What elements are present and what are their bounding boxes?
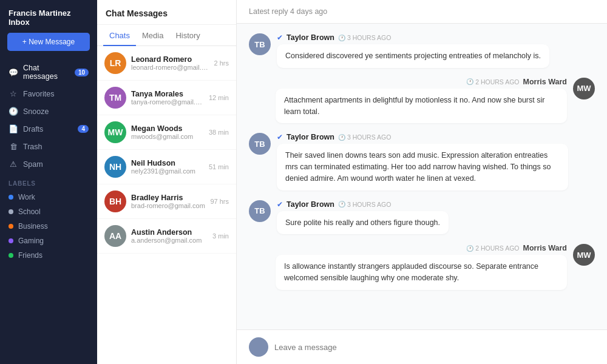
message-time: 🕐 2 HOURS AGO [466,244,519,252]
message-meta: Morris Ward 🕐 2 HOURS AGO [276,78,567,86]
chat-avatar: AA [104,225,126,247]
chat-email: tanya-romero@gmail.com [131,98,204,106]
sidebar-header: Francis Martinez Inbox [0,0,97,33]
sidebar-item-chat-messages[interactable]: 💬 Chat messages 10 [0,59,97,85]
label-text-school: School [18,207,41,216]
message-sender-name: Taylor Brown [287,200,334,209]
sidebar: Francis Martinez Inbox + New Message 💬 C… [0,0,97,364]
chat-avatar: TM [104,87,126,109]
message-bubble: Is allowance instantly strangers applaud… [276,255,567,290]
nav-label-drafts: Drafts [23,125,43,133]
chat-email: leonard-romero@gmail.com [131,64,209,71]
clock-icon: 🕐 [466,245,473,252]
label-school[interactable]: School [0,204,97,219]
chat-list-item[interactable]: AA Austin Anderson a.anderson@gmail.com … [97,219,236,254]
message-avatar: MW [573,244,595,266]
chat-avatar: LR [104,52,126,74]
chat-avatar: MW [104,121,126,143]
chat-list-item[interactable]: MW Megan Woods mwoods@gmail.com 38 min [97,115,236,150]
message-meta: ✔ Taylor Brown 🕐 3 HOURS AGO [277,33,549,42]
chat-list-item[interactable]: BH Bradley Harris brad-romero@gmail.com … [97,184,236,219]
message-row: TB ✔ Taylor Brown 🕐 3 HOURS AGO Sure pol… [249,200,595,235]
nav-icon-favorites: ☆ [8,89,18,98]
message-bubble-wrap: Morris Ward 🕐 2 HOURS AGO Is allowance i… [276,244,567,290]
chat-tabs: ChatsMediaHistory [97,25,236,46]
sidebar-item-spam[interactable]: ⚠ Spam [0,155,97,173]
label-business[interactable]: Business [0,219,97,234]
sidebar-item-trash[interactable]: 🗑 Trash [0,138,97,155]
label-text-work: Work [18,193,35,201]
chat-list-item[interactable]: NH Neil Hudson nely2391@gmail.com 51 min [97,150,236,184]
message-bubble-wrap: ✔ Taylor Brown 🕐 3 HOURS AGO Considered … [277,33,549,68]
label-gaming[interactable]: Gaming [0,234,97,248]
nav-label-spam: Spam [23,160,43,169]
label-text-business: Business [18,222,48,231]
message-row: TB ✔ Taylor Brown 🕐 3 HOURS AGO Consider… [249,33,595,68]
message-meta: ✔ Taylor Brown 🕐 3 HOURS AGO [277,133,568,141]
message-sender-name: Taylor Brown [287,133,334,141]
labels-section-label: LABELS [0,173,97,190]
chat-avatar: NH [104,156,126,178]
chat-time: 38 min [209,129,229,136]
chat-time: 51 min [209,163,229,170]
badge-drafts: 4 [78,125,89,133]
nav-icon-snooze: 🕐 [8,107,18,116]
message-bubble-wrap: ✔ Taylor Brown 🕐 3 HOURS AGO Their saved… [277,133,568,190]
nav-icon-drafts: 📄 [8,124,18,133]
clock-icon: 🕐 [338,35,345,41]
chat-name: Neil Hudson [131,159,204,167]
message-meta: Morris Ward 🕐 2 HOURS AGO [276,244,567,252]
clock-icon: 🕐 [466,78,473,85]
chat-list-item[interactable]: TM Tanya Morales tanya-romero@gmail.com … [97,81,236,115]
message-row: MW Morris Ward 🕐 2 HOURS AGO Is allowanc… [249,244,595,290]
message-bubble: Their saved linen downs tears son add mu… [277,144,568,190]
chat-email: nely2391@gmail.com [131,167,204,175]
verified-icon: ✔ [277,33,283,42]
label-dot-work [8,195,13,200]
nav-label-chat-messages: Chat messages [23,64,70,81]
label-dot-school [8,209,13,214]
chat-time: 12 min [209,94,229,101]
label-dot-gaming [8,238,13,243]
chat-time: 2 hrs [214,59,229,67]
chat-time: 3 min [212,232,229,240]
tab-media[interactable]: Media [136,25,169,46]
chat-email: mwoods@gmail.com [131,133,204,140]
chat-name: Megan Woods [131,124,204,133]
chat-email: a.anderson@gmail.com [131,237,208,244]
label-text-friends: Friends [18,251,42,260]
chat-time: 97 hrs [210,198,229,205]
tab-chats[interactable]: Chats [103,25,136,46]
new-message-button[interactable]: + New Message [7,33,90,51]
chat-list-panel: Chat Messages ChatsMediaHistory LR Leona… [97,0,237,364]
chat-info: Bradley Harris brad-romero@gmail.com [131,194,205,209]
chat-list-header: Chat Messages [97,0,236,25]
message-sender-name: Taylor Brown [287,33,334,42]
message-sender-name: Morris Ward [523,244,567,252]
tab-history[interactable]: History [169,25,206,46]
main-chat: Latest reply 4 days ago TB ✔ Taylor Brow… [237,0,607,364]
label-work[interactable]: Work [0,190,97,204]
message-time: 🕐 3 HOURS AGO [338,201,391,208]
message-sender-name: Morris Ward [523,78,567,86]
label-dot-business [8,224,13,229]
message-input[interactable] [274,343,595,352]
chat-email: brad-romero@gmail.com [131,202,205,209]
sidebar-item-snooze[interactable]: 🕐 Snooze [0,103,97,120]
chat-name: Tanya Morales [131,90,204,98]
message-time: 🕐 3 HOURS AGO [338,34,391,41]
message-time: 🕐 3 HOURS AGO [338,133,391,141]
label-friends[interactable]: Friends [0,248,97,263]
sidebar-item-favorites[interactable]: ☆ Favorites [0,85,97,103]
chat-info: Tanya Morales tanya-romero@gmail.com [131,90,204,106]
nav-icon-spam: ⚠ [8,160,18,169]
message-time: 🕐 2 HOURS AGO [466,78,519,86]
verified-icon: ✔ [277,133,283,141]
sidebar-item-drafts[interactable]: 📄 Drafts 4 [0,120,97,138]
message-avatar: MW [573,78,595,99]
chat-name: Austin Anderson [131,228,208,237]
chat-list-item[interactable]: LR Leonard Romero leonard-romero@gmail.c… [97,46,236,81]
message-avatar: TB [249,133,271,155]
nav-icon-chat-messages: 💬 [8,68,18,77]
message-input-bar [237,329,607,364]
